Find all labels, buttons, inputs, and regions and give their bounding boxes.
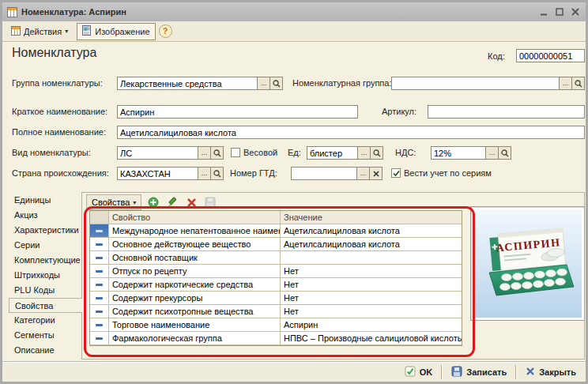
value-column-header[interactable]: Значение [281,211,462,224]
property-value-cell: Нет [281,278,462,292]
window-title: Номенклатура: Аспирин [21,7,540,17]
sidebar-tab[interactable]: Описание [9,343,81,358]
country-ellipsis-button[interactable]: ... [198,168,210,179]
properties-toolbar: Свойства ▾ [86,194,217,210]
minimize-button[interactable] [540,8,548,16]
full-name-field[interactable]: Ацетилсалициловая кислота [117,126,585,139]
vat-field[interactable]: 12% ... [431,146,511,160]
properties-menu-label: Свойства [92,198,130,207]
group-field[interactable]: Лекарственные средства ... [117,77,283,90]
nom-group-field[interactable]: ... [391,77,585,90]
property-name-cell: Содержит психотропные вещества [109,305,281,318]
title-bar: Номенклатура: Аспирин [2,2,586,21]
group-ellipsis-button[interactable]: ... [257,77,270,89]
full-name-field-value: Ацетилсалициловая кислота [118,128,584,137]
table-row[interactable]: Содержит наркотические средстваНет [90,278,462,292]
table-row[interactable]: Содержит прекурсорыНет [90,292,462,305]
row-marker-icon [90,224,109,238]
weight-checkbox[interactable] [231,148,240,157]
app-window: Номенклатура: Аспирин Действия ▾ Изображ… [0,0,588,384]
row-marker-icon [90,251,109,265]
sidebar-tab[interactable]: Единицы [9,193,81,208]
close-window-button[interactable]: Закрыть [522,367,579,378]
sidebar-tab[interactable]: Свойства [9,298,82,313]
property-value-cell: Нет [281,292,462,305]
property-name-cell: Содержит наркотические средства [109,278,281,292]
type-field[interactable]: ЛС ... [117,146,224,160]
edit-button[interactable] [165,195,179,209]
table-row[interactable]: Основной поставщик [90,251,462,265]
save-button[interactable]: Записать [448,366,510,378]
type-field-value: ЛС [118,149,198,158]
table-row[interactable]: Отпуск по рецептуНет [90,265,462,278]
sidebar-tab[interactable]: Акциз [9,208,81,223]
close-button[interactable] [571,8,579,16]
product-image-frame: АСПИРИН [470,206,585,321]
delete-button[interactable] [184,195,198,209]
vat-field-value: 12% [432,149,485,158]
footer-bar: OK Записать Закрыть [2,361,586,382]
unit-field[interactable]: блистер ... [307,146,383,160]
table-row[interactable]: Основное действующее веществоАцетилсалиц… [90,238,462,251]
row-marker-icon [90,238,109,251]
sidebar-tab[interactable]: Комплектующие [9,253,81,268]
type-magnifier-button[interactable] [210,147,223,159]
properties-table: Свойство Значение Международное непатент… [89,210,462,346]
properties-menu-button[interactable]: Свойства ▾ [86,194,141,210]
gtd-field[interactable]: ... [291,167,383,180]
country-field[interactable]: КАЗАХСТАН ... [117,167,224,180]
code-label: Код: [488,51,505,61]
gtd-ellipsis-button[interactable]: ... [356,168,369,179]
vat-magnifier-button[interactable] [498,147,511,159]
property-value-cell: Нет [281,305,462,318]
catalog-icon [7,7,17,17]
group-label: Группа номенклатуры: [12,78,103,88]
properties-dropdown-arrow-icon: ▾ [133,199,136,206]
property-column-header[interactable]: Свойство [109,211,281,224]
row-marker-icon [90,278,109,292]
sidebar-tab[interactable]: Характеристики [9,223,81,238]
image-button-label: Изображение [95,27,149,36]
add-button[interactable] [146,195,160,209]
page-title: Номенклатура [12,46,96,60]
sidebar-tab[interactable]: Серии [9,238,81,253]
unit-ellipsis-button[interactable]: ... [357,147,370,159]
property-value-cell: Аспирин [281,318,462,332]
maximize-button[interactable] [556,8,564,16]
gtd-label: Номер ГТД: [230,168,277,178]
property-value-cell [281,251,462,265]
unit-magnifier-button[interactable] [370,147,383,159]
article-field[interactable] [428,105,585,119]
sidebar-tab[interactable]: Категории [9,313,81,328]
type-ellipsis-button[interactable]: ... [198,147,210,159]
property-name-cell: Отпуск по рецепту [109,265,281,278]
table-row[interactable]: Содержит психотропные веществаНет [90,305,462,318]
icon-column-header[interactable] [90,211,109,224]
property-value-cell: Ацетилсалициловая кислота [281,238,462,251]
vat-ellipsis-button[interactable]: ... [485,147,498,159]
ok-button[interactable]: OK [401,366,436,378]
short-name-field[interactable]: Аспирин [117,105,358,119]
row-marker-icon [90,292,109,305]
ok-button-label: OK [420,367,433,377]
gtd-clear-button[interactable] [369,168,382,179]
nom-group-magnifier-button[interactable] [571,77,584,89]
help-button[interactable]: ? [159,24,172,38]
group-field-value: Лекарственные средства [118,79,257,88]
sidebar-tab[interactable]: Сегменты [9,328,81,343]
sidebar-tab[interactable]: Штрихкоды [9,268,81,283]
property-value-cell: НПВС – Производные салициловой кислоты [281,332,462,345]
actions-button[interactable]: Действия ▾ [6,23,74,40]
nom-group-ellipsis-button[interactable]: ... [559,77,571,89]
country-magnifier-button[interactable] [210,168,223,179]
group-magnifier-button[interactable] [270,77,282,89]
sidebar-tab[interactable]: PLU Коды [9,283,81,298]
main-toolbar: Действия ▾ Изображение ? [2,21,586,42]
table-row[interactable]: Торговое наименованиеАспирин [90,318,462,332]
table-row[interactable]: Международное непатентованное наимено...… [90,224,462,238]
code-field[interactable]: 00000000051 [516,49,585,62]
type-label: Вид номенклатуры: [12,148,91,157]
image-button[interactable]: Изображение [77,23,155,40]
table-row[interactable]: Фармакологическая группаНПВС – Производн… [90,332,462,345]
series-checkbox[interactable] [391,168,401,178]
